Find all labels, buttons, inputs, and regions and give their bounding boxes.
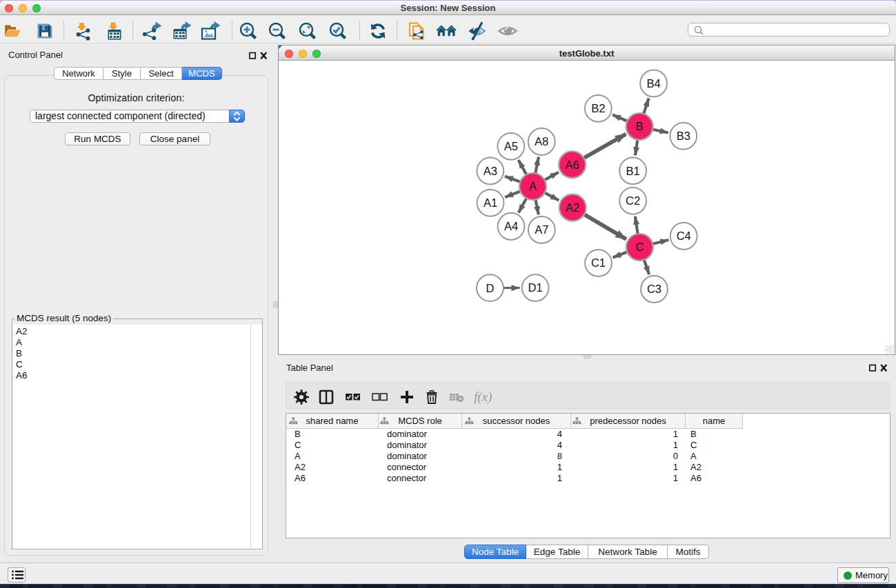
svg-text:B4: B4 [647, 77, 661, 90]
svg-text:A6: A6 [566, 159, 579, 171]
svg-text:A8: A8 [535, 135, 548, 148]
svg-text:C4: C4 [677, 230, 691, 242]
svg-text:D: D [486, 282, 494, 294]
svg-text:A5: A5 [504, 140, 518, 152]
svg-text:C: C [635, 241, 644, 253]
svg-text:D1: D1 [528, 281, 543, 294]
svg-text:A3: A3 [484, 165, 497, 177]
svg-text:B1: B1 [626, 165, 640, 177]
svg-text:C2: C2 [626, 194, 640, 207]
svg-text:C1: C1 [591, 256, 606, 269]
svg-text:A: A [529, 180, 537, 192]
svg-text:B3: B3 [677, 130, 690, 142]
svg-text:C3: C3 [647, 283, 661, 295]
svg-text:A4: A4 [504, 220, 518, 232]
svg-text:B2: B2 [591, 102, 605, 114]
svg-text:A2: A2 [566, 201, 579, 214]
svg-text:A1: A1 [484, 196, 497, 209]
svg-text:B: B [636, 120, 644, 132]
svg-text:A7: A7 [535, 223, 548, 236]
